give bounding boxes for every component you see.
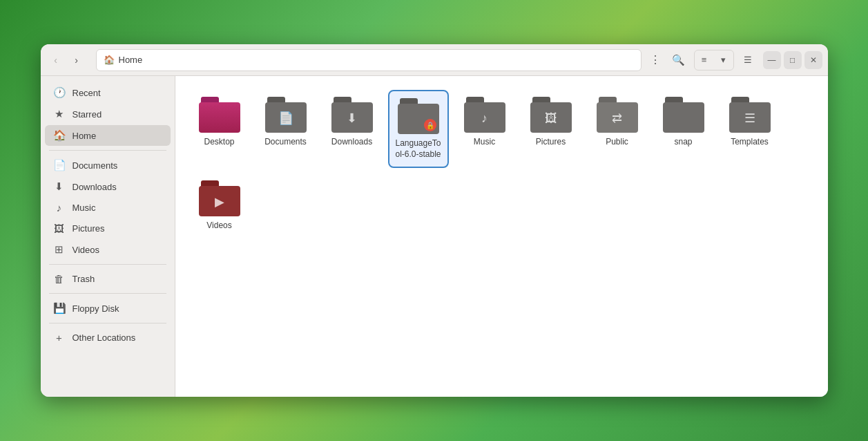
file-item-videos[interactable]: ▶ Videos xyxy=(189,173,250,238)
videos-folder-icon: ▶ xyxy=(215,194,224,209)
folder-icon-desktop xyxy=(199,97,240,133)
sidebar-label-documents: Documents xyxy=(73,160,118,171)
sidebar-label-music: Music xyxy=(73,203,96,213)
documents-folder-icon: 📄 xyxy=(278,111,293,126)
sidebar-divider-4 xyxy=(49,323,166,323)
documents-icon: 📄 xyxy=(53,159,66,171)
other-locations-icon: + xyxy=(53,332,66,344)
sidebar-label-home: Home xyxy=(73,131,97,141)
trash-icon: 🗑 xyxy=(53,273,66,285)
home-breadcrumb-icon: 🏠 xyxy=(104,55,115,65)
file-item-languagetool[interactable]: 🔒 LanguageTool-6.0-stable xyxy=(388,90,449,168)
folder-icon-templates: ☰ xyxy=(729,97,771,133)
sidebar-label-videos: Videos xyxy=(73,245,100,255)
sidebar-label-starred: Starred xyxy=(73,109,102,120)
sidebar-item-trash[interactable]: 🗑 Trash xyxy=(45,269,171,289)
templates-folder-icon: ☰ xyxy=(744,111,755,126)
sidebar-item-starred[interactable]: ★ Starred xyxy=(45,104,171,124)
folder-icon-videos: ▶ xyxy=(199,180,240,216)
sidebar-item-pictures[interactable]: 🖼 Pictures xyxy=(45,218,171,238)
sidebar-label-downloads: Downloads xyxy=(73,182,117,192)
folder-icon-music: ♪ xyxy=(464,97,505,133)
file-label-pictures: Pictures xyxy=(536,137,566,148)
content-area: 🕐 Recent ★ Starred 🏠 Home 📄 Documents ⬇ … xyxy=(41,76,828,397)
view-toggle: ≡ ▾ xyxy=(694,50,734,71)
file-manager-window: ‹ › 🏠 Home ⋮ 🔍 ≡ ▾ ☰ xyxy=(41,44,828,397)
pictures-folder-icon: 🖼 xyxy=(545,111,557,126)
file-item-desktop[interactable]: Desktop xyxy=(189,90,250,168)
downloads-icon: ⬇ xyxy=(53,180,66,193)
sidebar-item-floppy[interactable]: 💾 Floppy Disk xyxy=(45,298,171,319)
minimize-button[interactable]: — xyxy=(763,51,781,69)
floppy-icon: 💾 xyxy=(53,302,66,315)
file-label-documents: Documents xyxy=(264,137,307,148)
file-label-public: Public xyxy=(606,137,628,148)
file-grid: Desktop 📄 Documents ⬇ xyxy=(189,90,814,238)
main-content: Desktop 📄 Documents ⬇ xyxy=(175,76,828,397)
search-button[interactable]: 🔍 xyxy=(668,49,690,71)
view-dropdown-button[interactable]: ▾ xyxy=(714,50,733,70)
downloads-folder-icon: ⬇ xyxy=(347,111,357,126)
file-item-documents[interactable]: 📄 Documents xyxy=(255,90,316,168)
sidebar-label-pictures: Pictures xyxy=(73,223,105,234)
file-label-downloads: Downloads xyxy=(331,137,372,148)
close-button[interactable]: ✕ xyxy=(804,51,822,69)
sidebar-label-other: Other Locations xyxy=(73,332,136,343)
home-icon: 🏠 xyxy=(53,129,66,142)
sidebar-divider-3 xyxy=(49,293,166,294)
sidebar-label-recent: Recent xyxy=(73,88,101,98)
sidebar-item-home[interactable]: 🏠 Home xyxy=(45,125,171,146)
file-label-desktop: Desktop xyxy=(204,137,234,148)
public-folder-icon: ⇄ xyxy=(612,111,622,126)
view-menu-button[interactable]: ☰ xyxy=(738,50,758,70)
folder-icon-documents: 📄 xyxy=(265,97,307,133)
music-folder-icon: ♪ xyxy=(481,111,488,126)
file-label-templates: Templates xyxy=(731,137,769,148)
breadcrumb-title: Home xyxy=(119,55,143,65)
sidebar-item-videos[interactable]: ⊞ Videos xyxy=(45,239,171,260)
file-item-templates[interactable]: ☰ Templates xyxy=(720,90,780,168)
file-item-snap[interactable]: snap xyxy=(653,90,714,168)
file-item-downloads[interactable]: ⬇ Downloads xyxy=(322,90,383,168)
folder-icon-languagetool: 🔒 xyxy=(398,98,439,134)
file-label-videos: Videos xyxy=(206,220,231,232)
file-label-music: Music xyxy=(474,137,495,148)
file-item-music[interactable]: ♪ Music xyxy=(454,90,515,168)
path-menu-button[interactable]: ⋮ xyxy=(646,50,665,70)
folder-icon-public: ⇄ xyxy=(597,97,638,133)
file-item-public[interactable]: ⇄ Public xyxy=(587,90,648,168)
file-label-languagetool: LanguageTool-6.0-stable xyxy=(395,138,442,160)
folder-icon-downloads: ⬇ xyxy=(331,97,373,133)
sidebar-item-music[interactable]: ♪ Music xyxy=(45,198,171,218)
breadcrumb: 🏠 Home xyxy=(96,49,642,71)
sidebar: 🕐 Recent ★ Starred 🏠 Home 📄 Documents ⬇ … xyxy=(41,76,175,397)
sidebar-label-floppy: Floppy Disk xyxy=(73,303,119,314)
file-label-snap: snap xyxy=(674,137,692,148)
titlebar: ‹ › 🏠 Home ⋮ 🔍 ≡ ▾ ☰ xyxy=(41,44,828,76)
recent-icon: 🕐 xyxy=(53,86,66,99)
maximize-button[interactable]: □ xyxy=(784,51,802,69)
sidebar-item-downloads[interactable]: ⬇ Downloads xyxy=(45,176,171,197)
sidebar-divider-2 xyxy=(49,264,166,265)
sidebar-item-recent[interactable]: 🕐 Recent xyxy=(45,82,171,103)
videos-icon: ⊞ xyxy=(53,243,66,256)
sidebar-item-documents[interactable]: 📄 Documents xyxy=(45,155,171,176)
music-icon: ♪ xyxy=(53,202,66,214)
window-controls: — □ ✕ xyxy=(763,51,822,69)
file-item-pictures[interactable]: 🖼 Pictures xyxy=(521,90,581,168)
folder-icon-snap xyxy=(663,97,704,133)
nav-buttons: ‹ › xyxy=(46,50,86,70)
forward-button[interactable]: › xyxy=(67,50,86,70)
starred-icon: ★ xyxy=(53,108,66,120)
lock-badge: 🔒 xyxy=(424,119,436,131)
sidebar-label-trash: Trash xyxy=(73,274,95,284)
folder-icon-pictures: 🖼 xyxy=(530,97,572,133)
view-list-button[interactable]: ≡ xyxy=(695,50,714,70)
pictures-icon: 🖼 xyxy=(53,223,66,234)
sidebar-divider-1 xyxy=(49,150,166,151)
back-button[interactable]: ‹ xyxy=(46,50,66,70)
sidebar-item-other-locations[interactable]: + Other Locations xyxy=(45,328,171,348)
